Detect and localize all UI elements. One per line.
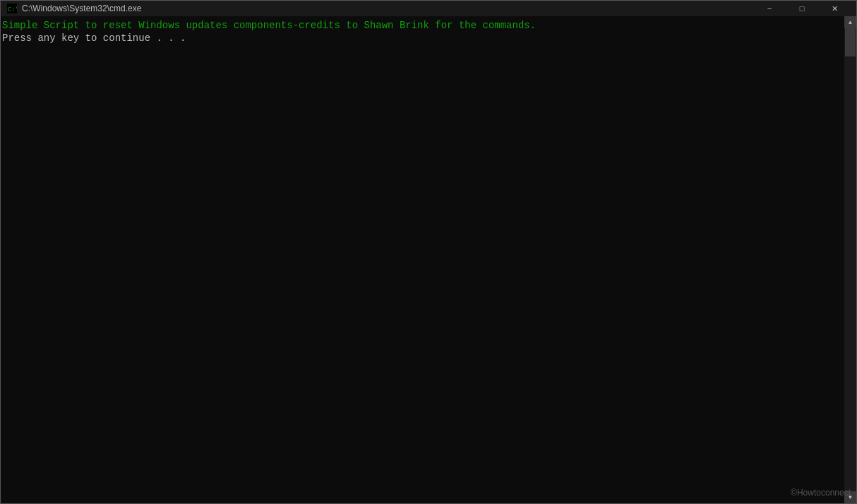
svg-text:C:\: C:\ bbox=[8, 6, 17, 13]
minimize-button[interactable]: − bbox=[753, 1, 786, 16]
scrollbar-thumb[interactable] bbox=[845, 28, 856, 56]
scrollbar[interactable]: ▲ ▼ bbox=[844, 16, 856, 503]
maximize-button[interactable]: □ bbox=[786, 1, 818, 16]
scrollbar-track[interactable] bbox=[844, 28, 856, 491]
console-area[interactable]: Simple Script to reset Windows updates c… bbox=[1, 16, 856, 503]
window-title: C:\Windows\System32\cmd.exe bbox=[22, 4, 753, 13]
watermark: ©Howtoconnect bbox=[791, 488, 851, 498]
close-button[interactable]: ✕ bbox=[818, 1, 851, 16]
console-line-1: Simple Script to reset Windows updates c… bbox=[2, 19, 855, 32]
cmd-icon: C:\ bbox=[6, 3, 18, 14]
scrollbar-up-button[interactable]: ▲ bbox=[844, 16, 856, 28]
window-controls: − □ ✕ bbox=[753, 1, 851, 16]
cmd-window: C:\ C:\Windows\System32\cmd.exe − □ ✕ Si… bbox=[0, 0, 857, 504]
console-line-2: Press any key to continue . . . bbox=[2, 32, 855, 44]
title-bar: C:\ C:\Windows\System32\cmd.exe − □ ✕ bbox=[1, 1, 856, 16]
